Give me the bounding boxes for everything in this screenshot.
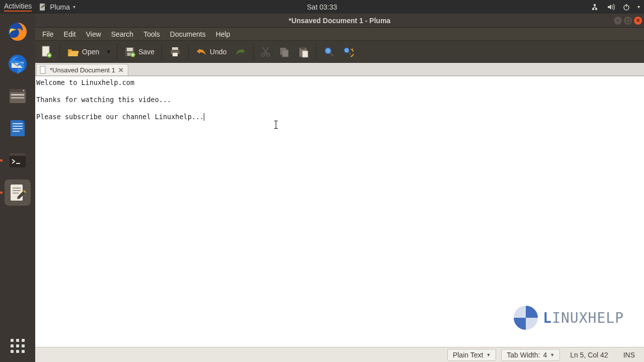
activities-button[interactable]: Activities bbox=[4, 2, 32, 12]
svg-rect-3 bbox=[595, 8, 597, 10]
svg-rect-10 bbox=[11, 94, 24, 96]
redo-button[interactable] bbox=[232, 45, 249, 58]
paste-icon bbox=[298, 46, 309, 58]
tab-width-value: 4 bbox=[543, 351, 547, 359]
menu-file[interactable]: File bbox=[38, 29, 58, 40]
chevron-down-icon: ▼ bbox=[550, 352, 554, 357]
tab-close-icon[interactable]: ✕ bbox=[118, 66, 124, 74]
svg-rect-14 bbox=[13, 123, 23, 124]
folder-open-icon bbox=[67, 46, 79, 57]
menu-tools[interactable]: Tools bbox=[139, 29, 164, 40]
print-button[interactable] bbox=[166, 44, 184, 59]
copy-icon bbox=[279, 46, 290, 57]
tab-width-selector[interactable]: Tab Width: 4 ▼ bbox=[501, 349, 560, 361]
dock-files[interactable] bbox=[5, 83, 31, 109]
menu-search[interactable]: Search bbox=[107, 29, 137, 40]
svg-rect-16 bbox=[13, 128, 23, 129]
chevron-down-icon: ▼ bbox=[486, 352, 491, 357]
insert-mode-indicator[interactable]: INS bbox=[618, 349, 640, 360]
svg-rect-45 bbox=[40, 66, 45, 73]
redo-icon bbox=[235, 47, 246, 56]
menu-help[interactable]: Help bbox=[212, 29, 234, 40]
app-menu-label: Pluma bbox=[50, 3, 70, 11]
svg-rect-39 bbox=[301, 47, 305, 49]
undo-button[interactable]: Undo bbox=[193, 45, 229, 58]
svg-rect-2 bbox=[592, 8, 594, 10]
find-button[interactable] bbox=[320, 44, 338, 59]
tab-document-1[interactable]: *Unsaved Document 1 ✕ bbox=[36, 64, 128, 75]
syntax-mode-label: Plain Text bbox=[453, 351, 483, 359]
new-document-button[interactable] bbox=[38, 43, 55, 60]
save-button[interactable]: Save bbox=[121, 44, 157, 59]
svg-rect-40 bbox=[302, 51, 308, 57]
titlebar[interactable]: *Unsaved Document 1 - Pluma – ▢ ✕ bbox=[35, 14, 644, 28]
undo-label: Undo bbox=[210, 48, 226, 56]
save-label: Save bbox=[138, 48, 154, 56]
dock-thunderbird[interactable] bbox=[5, 51, 31, 77]
svg-rect-1 bbox=[594, 4, 596, 6]
svg-point-12 bbox=[23, 90, 25, 92]
statusbar: Plain Text ▼ Tab Width: 4 ▼ Ln 5, Col 42… bbox=[35, 347, 644, 362]
editor-line-3: Thanks for watching this video... bbox=[36, 96, 171, 104]
menu-view[interactable]: View bbox=[82, 29, 105, 40]
syntax-mode-selector[interactable]: Plain Text ▼ bbox=[447, 349, 496, 361]
editor-line-1: Welcome to Linuxhelp.com bbox=[36, 78, 134, 86]
network-icon[interactable] bbox=[592, 3, 600, 11]
svg-line-42 bbox=[330, 53, 334, 56]
document-icon bbox=[40, 66, 47, 74]
mouse-ibeam-cursor bbox=[276, 121, 276, 129]
editor-area[interactable]: Welcome to Linuxhelp.com Thanks for watc… bbox=[35, 76, 644, 347]
show-applications-button[interactable] bbox=[8, 336, 28, 356]
app-menu[interactable]: Pluma ▾ bbox=[39, 3, 75, 11]
pluma-window: *Unsaved Document 1 - Pluma – ▢ ✕ File E… bbox=[35, 14, 644, 362]
paste-button[interactable] bbox=[295, 44, 312, 60]
copy-button[interactable] bbox=[276, 44, 293, 59]
dock-text-editor[interactable] bbox=[5, 179, 31, 206]
undo-icon bbox=[196, 47, 207, 56]
linuxhelp-watermark: LINUXHELP bbox=[514, 306, 624, 330]
svg-rect-17 bbox=[13, 131, 20, 132]
top-panel: Activities Pluma ▾ Sat 03:33 ▾ bbox=[0, 0, 644, 14]
clock[interactable]: Sat 03:33 bbox=[307, 3, 337, 11]
find-replace-button[interactable] bbox=[340, 44, 358, 59]
close-button[interactable]: ✕ bbox=[634, 17, 642, 25]
dock-libreoffice-writer[interactable] bbox=[5, 115, 31, 141]
toolbar: Open ▼ Save Undo bbox=[35, 41, 644, 63]
open-button[interactable]: Open bbox=[64, 44, 102, 59]
svg-rect-31 bbox=[172, 47, 178, 50]
menu-edit[interactable]: Edit bbox=[60, 29, 80, 40]
volume-icon[interactable] bbox=[607, 3, 615, 11]
text-caret bbox=[204, 113, 204, 121]
svg-rect-24 bbox=[13, 193, 19, 194]
cut-button[interactable] bbox=[258, 44, 274, 59]
apps-grid-icon bbox=[11, 339, 25, 353]
minimize-button[interactable]: – bbox=[614, 17, 622, 25]
save-icon bbox=[124, 46, 135, 57]
menubar: File Edit View Search Tools Documents He… bbox=[35, 28, 644, 41]
power-icon[interactable] bbox=[622, 3, 630, 11]
menu-documents[interactable]: Documents bbox=[166, 29, 210, 40]
dock-firefox[interactable] bbox=[5, 19, 31, 45]
pluma-app-icon bbox=[39, 3, 47, 11]
svg-rect-19 bbox=[10, 153, 26, 156]
dock-terminal[interactable] bbox=[5, 147, 31, 173]
system-menu-chevron-icon[interactable]: ▾ bbox=[637, 4, 640, 10]
tab-label: *Unsaved Document 1 bbox=[50, 66, 115, 74]
cut-icon bbox=[261, 46, 271, 57]
find-replace-icon bbox=[343, 46, 355, 57]
chevron-down-icon: ▾ bbox=[73, 4, 75, 10]
svg-rect-23 bbox=[13, 190, 21, 191]
dock bbox=[0, 14, 35, 362]
open-recent-dropdown[interactable]: ▼ bbox=[104, 49, 113, 54]
document-tabs: *Unsaved Document 1 ✕ bbox=[35, 63, 644, 76]
maximize-button[interactable]: ▢ bbox=[624, 17, 632, 25]
svg-rect-37 bbox=[282, 50, 288, 57]
linuxhelp-logo-icon bbox=[514, 306, 538, 330]
cursor-position: Ln 5, Col 42 bbox=[565, 349, 613, 360]
open-label: Open bbox=[82, 48, 99, 56]
svg-rect-33 bbox=[173, 53, 178, 56]
svg-rect-11 bbox=[11, 97, 24, 99]
svg-rect-15 bbox=[13, 126, 23, 127]
tab-width-label: Tab Width: bbox=[507, 351, 540, 359]
print-icon bbox=[169, 46, 181, 57]
